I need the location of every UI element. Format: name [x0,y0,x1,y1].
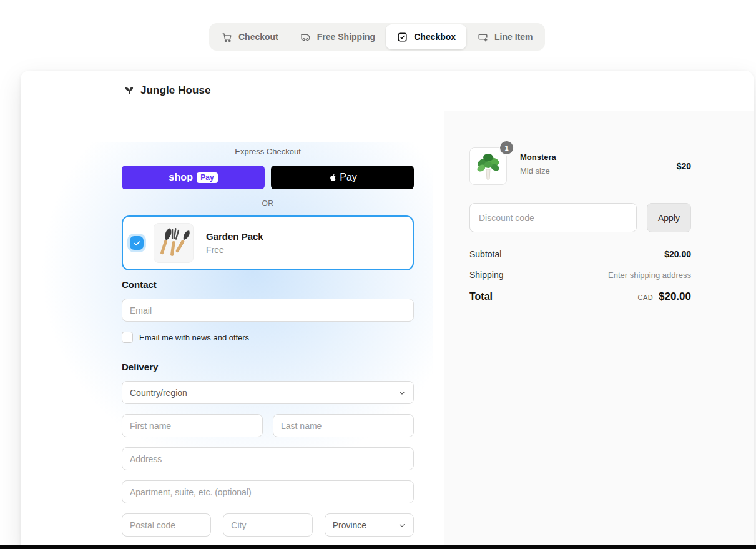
upsell-offer-card[interactable]: Garden Pack Free [122,215,414,270]
product-variant: Mid size [520,166,556,176]
last-name-field[interactable] [273,414,414,437]
tab-label: Line Item [494,32,533,42]
shop-pay-badge: Pay [197,172,217,183]
store-name: Jungle House [140,84,211,97]
order-summary-pane: 1 Monstera Mid size $20 Apply Subtotal $… [444,111,754,548]
tab-line-item[interactable]: Line Item [466,24,543,49]
total-row: Total CAD $20.00 [469,290,691,303]
subtotal-value: $20.00 [664,249,691,259]
postal-code-field[interactable] [122,513,211,537]
cart-line-item: 1 Monstera Mid size $20 [469,147,691,185]
line-item-icon [477,31,489,43]
tab-label: Checkout [238,32,278,42]
shipping-label: Shipping [469,270,504,280]
apple-pay-label: Pay [340,172,357,183]
country-select-value: Country/region [130,388,187,398]
quantity-badge: 1 [500,141,513,154]
apple-logo-icon [328,172,338,182]
or-divider-label: OR [262,199,274,208]
contact-section-title: Contact [122,279,414,290]
province-select-value: Province [333,520,366,530]
store-header: Jungle House [21,71,754,111]
province-select[interactable]: Province [325,513,414,537]
tab-checkbox[interactable]: Checkbox [386,24,466,49]
express-checkout-title: Express Checkout [122,147,414,156]
apply-discount-button[interactable]: Apply [647,203,691,232]
email-field[interactable] [122,299,414,322]
bottom-edge-bar [0,545,756,549]
city-field[interactable] [223,513,312,537]
product-image [469,147,507,185]
tab-label: Checkbox [414,32,456,42]
upsell-price: Free [206,245,263,255]
cart-icon [221,31,233,43]
sprout-logo-icon [123,84,135,97]
shipping-row: Shipping Enter shipping address [469,270,691,280]
product-name: Monstera [520,152,556,162]
product-price: $20 [677,161,691,171]
first-name-field[interactable] [122,414,263,437]
shop-pay-button[interactable]: shop Pay [122,166,265,189]
upsell-title: Garden Pack [206,231,263,242]
subtotal-label: Subtotal [469,249,501,259]
checkout-form-pane: Express Checkout shop Pay Pay [21,111,444,548]
currency-code: CAD [638,294,653,301]
country-select[interactable]: Country/region [122,381,414,404]
address-field[interactable] [122,447,414,470]
check-icon [133,239,141,247]
discount-code-input[interactable] [469,203,637,232]
checkout-window: Jungle House Express Checkout shop Pay [21,71,754,549]
subtotal-row: Subtotal $20.00 [469,249,691,259]
tab-checkout[interactable]: Checkout [210,24,289,49]
upsell-checkbox[interactable] [130,236,144,250]
tab-free-shipping[interactable]: Free Shipping [289,24,386,49]
total-label: Total [469,291,493,302]
truck-icon [300,31,312,43]
garden-tools-image [154,223,194,263]
total-value: $20.00 [659,290,691,303]
delivery-section-title: Delivery [122,362,414,372]
apple-pay-button[interactable]: Pay [271,166,414,189]
shop-pay-wordmark: shop [169,172,193,183]
newsletter-checkbox[interactable] [122,332,133,343]
apartment-field[interactable] [122,480,414,503]
or-divider: OR [122,199,414,208]
newsletter-label: Email me with news and offers [139,333,249,342]
chevron-down-icon [398,388,406,397]
checkbox-icon [396,31,408,43]
store-brand[interactable]: Jungle House [123,84,211,97]
tab-label: Free Shipping [317,32,375,42]
shipping-value: Enter shipping address [608,270,691,280]
demo-tab-bar: Checkout Free Shipping Checkbox Line Ite… [209,23,545,51]
chevron-down-icon [398,521,406,530]
